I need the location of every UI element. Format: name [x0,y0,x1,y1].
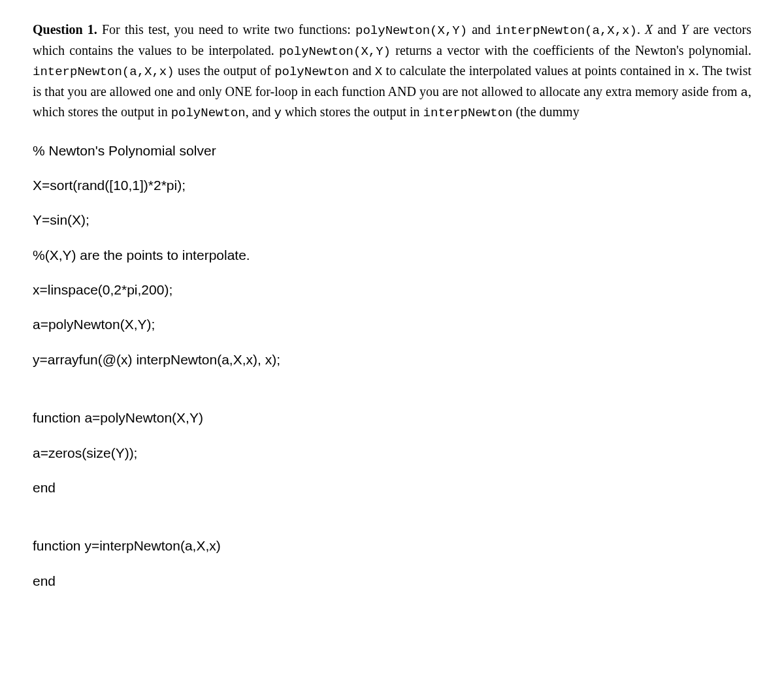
code-end-2: end [33,571,751,590]
question-body-1: For this test, you need to write two fun… [97,22,355,37]
code-x-assign: X=sort(rand([10,1])*2*pi); [33,176,751,195]
question-body-6: returns a vector with the coefficients o… [391,43,751,57]
question-body-14: (the dummy [512,104,579,119]
func-interpnewton-3: interpNewton [423,106,513,120]
var-x-1: X [645,22,653,37]
code-end-1: end [33,478,751,497]
var-a: a [741,86,748,100]
code-y-assign: Y=sin(X); [33,210,751,229]
func-interpnewton-2: interpNewton(a,X,x) [33,65,174,79]
code-function-polynewton: function a=polyNewton(X,Y) [33,408,751,427]
var-lower-y: y [274,106,282,120]
question-body-4: and [653,22,681,37]
code-linspace: x=linspace(0,2*pi,200); [33,280,751,299]
func-polynewton-4: polyNewton [171,106,246,120]
code-function-interpnewton: function y=interpNewton(a,X,x) [33,536,751,555]
var-lower-x: x [688,65,695,79]
question-body-7: uses the output of [174,63,275,78]
func-polynewton-3: polyNewton [274,65,349,79]
code-comment-2: %(X,Y) are the points to interpolate. [33,246,751,264]
func-polynewton-2: polyNewton(X,Y) [279,44,391,59]
question-body-2: and [467,22,495,37]
code-arrayfun: y=arrayfun(@(x) interpNewton(a,X,x), x); [33,350,751,369]
var-x-2: X [375,65,382,79]
question-body-13: which stores the output in [282,104,423,119]
code-comment-1: % Newton's Polynomial solver [33,141,751,160]
question-body-9: to calculate the interpolated values at … [382,63,688,78]
func-interpnewton-1: interpNewton(a,X,x) [495,24,637,38]
question-text: Question 1. For this test, you need to w… [33,20,751,123]
question-body-8: and [349,63,375,78]
code-polynewton-call: a=polyNewton(X,Y); [33,315,751,334]
func-polynewton-1: polyNewton(X,Y) [355,24,467,38]
question-label: Question 1. [33,22,97,37]
code-zeros: a=zeros(size(Y)); [33,443,751,462]
code-block: % Newton's Polynomial solver X=sort(rand… [33,141,751,591]
var-y-1: Y [681,22,688,37]
question-body-12: , and [246,104,274,119]
question-body-3: . [637,22,645,37]
